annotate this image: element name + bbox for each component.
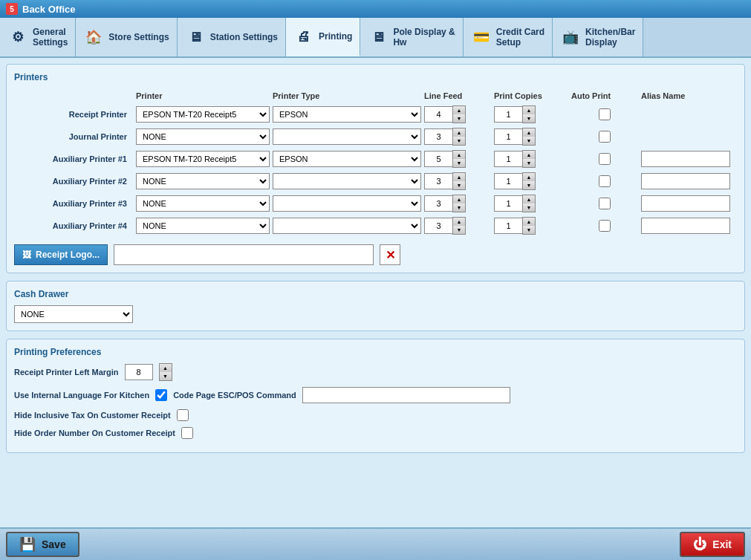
receipt-logo-path-input[interactable]: [114, 244, 374, 265]
tab-printing[interactable]: 🖨 Printing: [286, 18, 360, 56]
left-margin-down[interactable]: ▼: [160, 372, 172, 380]
journal-printcopies-input[interactable]: [494, 128, 522, 145]
aux2-printcopies-down[interactable]: ▼: [523, 181, 535, 189]
aux3-autoprint-checkbox[interactable]: [599, 198, 611, 209]
receipt-autoprint-checkbox[interactable]: [599, 108, 611, 120]
journal-autoprint-checkbox[interactable]: [599, 131, 611, 143]
internal-language-checkbox[interactable]: [155, 389, 167, 401]
journal-linefeed-buttons: ▲ ▼: [452, 128, 466, 146]
aux1-printer-select[interactable]: EPSON TM-T20 Receipt5 NONE: [136, 151, 270, 167]
aux4-autoprint-checkbox[interactable]: [599, 220, 611, 232]
journal-printcopies-up[interactable]: ▲: [523, 128, 535, 137]
clear-logo-button[interactable]: ✕: [380, 244, 400, 265]
aux1-linefeed-buttons: ▲ ▼: [452, 150, 466, 168]
aux3-printcopies-up[interactable]: ▲: [523, 195, 535, 204]
aux2-linefeed-down[interactable]: ▼: [453, 181, 465, 189]
aux2-printer-select[interactable]: NONE EPSON TM-T20 Receipt5: [136, 173, 270, 189]
aux4-alias-input[interactable]: [641, 218, 730, 234]
aux2-printcopies-input[interactable]: [494, 173, 522, 189]
app-title: Back Office: [22, 4, 76, 15]
receipt-printcopies-down[interactable]: ▼: [523, 114, 535, 123]
aux2-printcopies-up[interactable]: ▲: [523, 173, 535, 181]
receipt-printcopies-up[interactable]: ▲: [523, 106, 535, 114]
aux2-autoprint-checkbox[interactable]: [599, 175, 611, 187]
journal-linefeed-up[interactable]: ▲: [453, 128, 465, 137]
tab-station-label: Station Settings: [210, 32, 278, 42]
aux4-printcopies-up[interactable]: ▲: [523, 218, 535, 226]
receipt-linefeed-input[interactable]: [424, 106, 452, 123]
aux3-printertype-select[interactable]: EPSON: [273, 195, 421, 212]
receipt-printer-select[interactable]: EPSON TM-T20 Receipt5 NONE: [136, 106, 270, 123]
aux1-printcopies-input[interactable]: [494, 151, 522, 167]
receipt-printertype-select[interactable]: EPSON: [273, 106, 421, 123]
aux1-printcopies-down[interactable]: ▼: [523, 159, 535, 167]
exit-button[interactable]: ⏻ Exit: [680, 532, 745, 557]
journal-linefeed-down[interactable]: ▼: [453, 137, 465, 145]
cash-drawer-title: Cash Drawer: [14, 289, 737, 299]
receipt-linefeed-down[interactable]: ▼: [453, 114, 465, 123]
aux1-linefeed-input[interactable]: [424, 151, 452, 167]
tab-pole[interactable]: 🖥 Pole Display &Hw: [360, 18, 463, 56]
aux2-alias-input[interactable]: [641, 173, 730, 189]
aux3-printer-select[interactable]: NONE EPSON TM-T20 Receipt5: [136, 195, 270, 212]
left-margin-input[interactable]: [125, 364, 153, 380]
receipt-linefeed-up[interactable]: ▲: [453, 106, 465, 114]
left-margin-up[interactable]: ▲: [160, 364, 172, 372]
aux3-alias-input[interactable]: [641, 195, 730, 212]
aux4-printer-select[interactable]: NONE EPSON TM-T20 Receipt5: [136, 218, 270, 234]
station-settings-icon: 🖥: [185, 27, 206, 48]
tab-station[interactable]: 🖥 Station Settings: [178, 18, 286, 56]
aux3-linefeed-input[interactable]: [424, 195, 452, 212]
aux4-printcopies-input[interactable]: [494, 218, 522, 234]
aux1-printertype-select[interactable]: EPSON: [273, 151, 421, 167]
aux2-linefeed-input[interactable]: [424, 173, 452, 189]
aux1-linefeed-up[interactable]: ▲: [453, 151, 465, 159]
save-button[interactable]: 💾 Save: [6, 532, 79, 557]
journal-linefeed-input[interactable]: [424, 128, 452, 145]
table-row: Auxiliary Printer #4 NONE EPSON TM-T20 R…: [14, 215, 737, 237]
cash-drawer-section: Cash Drawer NONE: [6, 281, 745, 331]
tab-kitchen[interactable]: 📺 Kitchen/BarDisplay: [553, 18, 643, 56]
left-margin-row: Receipt Printer Left Margin ▲ ▼: [14, 363, 737, 381]
hide-order-number-row: Hide Order Number On Customer Receipt: [14, 427, 737, 439]
aux4-printertype-select[interactable]: EPSON: [273, 218, 421, 234]
aux4-printcopies-down[interactable]: ▼: [523, 226, 535, 234]
aux3-linefeed-down[interactable]: ▼: [453, 204, 465, 212]
journal-printer-select[interactable]: NONE EPSON TM-T20 Receipt5: [136, 128, 270, 145]
aux4-printcopies-buttons: ▲ ▼: [522, 217, 536, 235]
aux1-autoprint-checkbox[interactable]: [599, 153, 611, 165]
tab-pole-label: Pole Display &Hw: [393, 27, 455, 48]
hide-inclusive-tax-checkbox[interactable]: [177, 409, 189, 421]
journal-linefeed-spinner: ▲ ▼: [424, 128, 491, 146]
aux3-printcopies-input[interactable]: [494, 195, 522, 212]
aux4-linefeed-down[interactable]: ▼: [453, 226, 465, 234]
tab-creditcard[interactable]: 💳 Credit CardSetup: [464, 18, 553, 56]
hide-inclusive-tax-row: Hide Inclusive Tax On Customer Receipt: [14, 409, 737, 421]
code-page-input[interactable]: [302, 387, 510, 403]
aux4-linefeed-up[interactable]: ▲: [453, 218, 465, 226]
aux3-linefeed-up[interactable]: ▲: [453, 195, 465, 204]
aux1-alias-input[interactable]: [641, 151, 730, 167]
credit-card-icon: 💳: [471, 27, 492, 48]
journal-printertype-select[interactable]: EPSON: [273, 128, 421, 145]
receipt-printcopies-spinner: ▲ ▼: [494, 105, 568, 123]
aux4-linefeed-input[interactable]: [424, 218, 452, 234]
cash-drawer-select[interactable]: NONE: [14, 305, 133, 323]
bottom-bar: 💾 Save ⏻ Exit: [0, 527, 751, 560]
aux1-printcopies-up[interactable]: ▲: [523, 151, 535, 159]
aux2-linefeed-buttons: ▲ ▼: [452, 172, 466, 190]
journal-printcopies-down[interactable]: ▼: [523, 137, 535, 145]
receipt-logo-button[interactable]: 🖼 Receipt Logo...: [14, 244, 108, 265]
receipt-printcopies-input[interactable]: [494, 106, 522, 123]
aux4-linefeed-spinner: ▲ ▼: [424, 217, 491, 235]
hide-order-number-checkbox[interactable]: [181, 427, 193, 439]
aux3-autoprint-cell: [571, 198, 638, 209]
internal-language-label: Use Internal Language For Kitchen: [14, 391, 149, 400]
aux2-printertype-select[interactable]: EPSON: [273, 173, 421, 189]
aux3-printcopies-down[interactable]: ▼: [523, 204, 535, 212]
aux2-linefeed-up[interactable]: ▲: [453, 173, 465, 181]
tab-store[interactable]: 🏠 Store Settings: [76, 18, 177, 56]
table-row: Auxiliary Printer #3 NONE EPSON TM-T20 R…: [14, 192, 737, 215]
tab-general[interactable]: ⚙ GeneralSettings: [0, 18, 76, 56]
aux1-linefeed-down[interactable]: ▼: [453, 159, 465, 167]
